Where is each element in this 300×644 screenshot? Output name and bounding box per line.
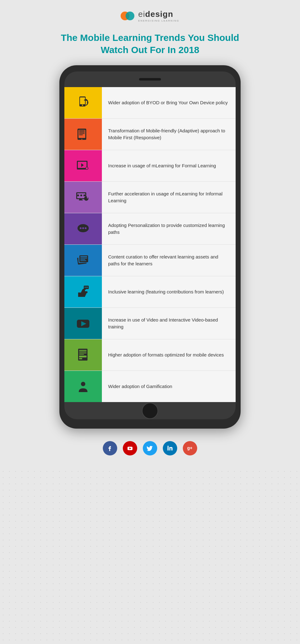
gamification-icon [75, 378, 91, 395]
svg-point-18 [87, 193, 88, 194]
phone-screen: Wider adoption of BYOD or Bring Your Own… [64, 87, 236, 402]
logo-name: eidesign [138, 9, 179, 19]
mobile-first-icon [75, 126, 91, 142]
mobile-formats-icon [75, 347, 91, 363]
svg-rect-43 [79, 354, 84, 355]
svg-rect-8 [79, 132, 85, 133]
svg-point-34 [85, 287, 86, 288]
trend-item-9: Higher adoption of formats optimized for… [64, 339, 236, 371]
informal-learning-icon [75, 189, 91, 205]
linkedin-icon[interactable] [163, 441, 177, 455]
trend-icon-box-4 [64, 182, 102, 213]
trend-text-4: Further acceleration in usage of mLearni… [102, 182, 236, 213]
logo-area: eidesign Energising Learning [121, 9, 179, 22]
svg-point-25 [85, 227, 87, 229]
page-wrapper: eidesign Energising Learning The Mobile … [0, 0, 300, 468]
svg-point-53 [168, 446, 169, 447]
svg-marker-48 [86, 381, 90, 385]
trend-text-10: Wider adoption of Gamification [102, 371, 236, 402]
svg-rect-31 [80, 259, 85, 260]
svg-point-19 [77, 194, 79, 196]
trend-text-1: Wider adoption of BYOD or Bring Your Own… [102, 87, 236, 118]
trend-item-8: Increase in use of Video and Interactive… [64, 308, 236, 339]
svg-point-36 [87, 287, 88, 288]
svg-rect-29 [80, 256, 87, 257]
svg-rect-41 [79, 351, 87, 352]
svg-point-6 [82, 139, 82, 140]
phone-frame: Wider adoption of BYOD or Bring Your Own… [59, 65, 241, 429]
twitter-icon[interactable] [143, 441, 157, 455]
content-curation-icon [75, 252, 91, 268]
trend-text-6: Content curation to offer relevant learn… [102, 245, 236, 276]
trend-item-5: Adopting Personalization to provide cust… [64, 213, 236, 245]
svg-rect-1 [80, 97, 85, 104]
svg-point-46 [81, 382, 85, 386]
svg-rect-7 [79, 130, 85, 131]
svg-point-24 [82, 227, 84, 229]
svg-point-35 [86, 287, 87, 288]
svg-rect-9 [79, 133, 85, 134]
trend-text-5: Adopting Personalization to provide cust… [102, 213, 236, 244]
trend-item-10: Wider adoption of Gamification [64, 371, 236, 402]
trend-text-9: Higher adoption of formats optimized for… [102, 339, 236, 371]
page-title: The Mobile Learning Trends You Should Wa… [61, 32, 239, 56]
googleplus-icon[interactable]: g+ [183, 441, 197, 455]
phone-speaker [139, 78, 161, 81]
svg-point-2 [82, 105, 83, 106]
svg-rect-17 [87, 194, 88, 199]
trend-icon-box-2 [64, 119, 102, 150]
svg-point-13 [86, 167, 88, 170]
phone-bottom-bar [64, 402, 236, 419]
video-icon [75, 315, 91, 332]
trend-icon-box-9 [64, 339, 102, 371]
svg-rect-52 [168, 447, 169, 450]
formal-learning-icon [75, 158, 91, 174]
trend-icon-box-1 [64, 87, 102, 118]
trend-icon-box-6 [64, 245, 102, 276]
trend-icon-box-3 [64, 150, 102, 181]
trend-item-7: Inclusive learning (featuring contributi… [64, 276, 236, 308]
svg-rect-40 [79, 350, 87, 351]
trend-icon-box-5 [64, 213, 102, 244]
trend-text-7: Inclusive learning (featuring contributi… [102, 276, 236, 307]
personalization-icon [75, 221, 91, 237]
trend-text-2: Transformation of Mobile-friendly (Adapt… [102, 119, 236, 150]
social-footer: g+ [103, 441, 197, 455]
svg-marker-47 [76, 381, 80, 385]
svg-point-3 [87, 102, 88, 103]
trend-item-6: Content curation to offer relevant learn… [64, 245, 236, 276]
svg-point-23 [80, 227, 82, 229]
svg-rect-45 [79, 358, 82, 359]
trend-item-2: Transformation of Mobile-friendly (Adapt… [64, 119, 236, 150]
circle-teal [126, 12, 134, 20]
phone-home-button[interactable] [142, 403, 158, 419]
svg-rect-42 [79, 353, 87, 353]
trend-icon-box-8 [64, 308, 102, 339]
trend-icon-box-10 [64, 371, 102, 402]
svg-rect-30 [80, 258, 87, 258]
phone-top-bar [64, 71, 236, 87]
svg-point-21 [83, 194, 85, 196]
svg-rect-10 [79, 135, 83, 135]
facebook-icon[interactable] [103, 441, 117, 455]
svg-marker-49 [82, 380, 84, 382]
logo-tagline: Energising Learning [138, 19, 179, 22]
svg-text:g+: g+ [187, 445, 192, 450]
trend-text-3: Increase in usage of mLearning for Forma… [102, 150, 236, 181]
logo-text: eidesign Energising Learning [138, 9, 179, 22]
trend-item-3: Increase in usage of mLearning for Forma… [64, 150, 236, 182]
byod-icon [75, 95, 91, 111]
trend-text-8: Increase in use of Video and Interactive… [102, 308, 236, 339]
svg-rect-44 [79, 356, 87, 357]
youtube-icon[interactable] [123, 441, 137, 455]
inclusive-learning-icon [75, 284, 91, 300]
svg-point-20 [80, 194, 82, 196]
trend-item-1: Wider adoption of BYOD or Bring Your Own… [64, 87, 236, 119]
trend-item-4: Further acceleration in usage of mLearni… [64, 182, 236, 213]
svg-rect-32 [80, 260, 86, 261]
trend-icon-box-7 [64, 276, 102, 307]
logo-circles [121, 10, 136, 22]
